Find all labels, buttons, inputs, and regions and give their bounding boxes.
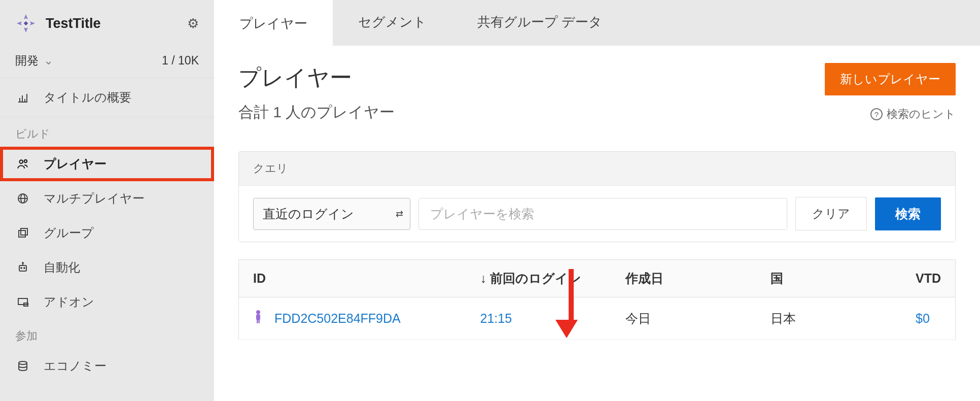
sidebar-item-automation[interactable]: 自動化 [0, 250, 214, 285]
section-engage-label: 参加 [0, 319, 214, 349]
query-select[interactable]: 直近のログイン [253, 198, 410, 230]
logo-icon [15, 13, 37, 34]
page-subtitle: 合計 1 人のプレイヤー [238, 102, 825, 123]
svg-rect-15 [19, 230, 25, 237]
tab-segments[interactable]: セグメント [333, 0, 452, 46]
sidebar-item-label: 自動化 [44, 259, 80, 276]
search-hint-link[interactable]: ? 検索のヒント [870, 107, 956, 122]
sidebar-item-groups[interactable]: グループ [0, 216, 214, 250]
col-created[interactable]: 作成日 [611, 260, 756, 297]
groups-icon [15, 227, 30, 239]
sidebar-header: TestTitle ⚙ [0, 0, 214, 47]
section-build-label: ビルド [0, 117, 214, 147]
col-vtd[interactable]: VTD [901, 260, 956, 297]
sidebar-item-label: アドオン [44, 294, 94, 310]
environment-label: 開発 [15, 53, 39, 69]
addon-icon [15, 296, 30, 308]
sidebar-item-overview[interactable]: タイトルの概要 [0, 78, 214, 117]
environment-count: 1 / 10K [162, 54, 199, 68]
sidebar-item-addons[interactable]: アドオン [0, 285, 214, 319]
player-icon [253, 310, 263, 327]
svg-rect-26 [256, 314, 260, 320]
svg-marker-0 [24, 14, 28, 19]
query-title: クエリ [239, 152, 955, 185]
tab-shared-group[interactable]: 共有グループ データ [452, 0, 627, 46]
tab-players[interactable]: プレイヤー [214, 0, 333, 46]
sidebar-item-economy[interactable]: エコノミー [0, 349, 214, 383]
svg-marker-1 [30, 21, 35, 25]
query-panel: クエリ 直近のログイン クリア 検索 [238, 151, 956, 242]
svg-marker-3 [17, 21, 22, 25]
sidebar-item-label: エコノミー [44, 358, 107, 374]
svg-point-19 [24, 268, 25, 269]
players-icon [15, 157, 30, 171]
page-header: プレイヤー 合計 1 人のプレイヤー 新しいプレイヤー ? 検索のヒント [214, 46, 980, 133]
globe-icon [15, 192, 30, 205]
country-cell: 日本 [756, 297, 901, 340]
sidebar-item-label: プレイヤー [44, 156, 107, 172]
search-input[interactable] [418, 198, 787, 230]
created-cell: 今日 [611, 297, 756, 340]
col-id[interactable]: ID [239, 260, 466, 297]
gear-icon[interactable]: ⚙ [187, 16, 199, 31]
sidebar-item-multiplayer[interactable]: マルチプレイヤー [0, 181, 214, 216]
vtd-link[interactable]: $0 [916, 311, 930, 325]
new-player-button[interactable]: 新しいプレイヤー [825, 63, 956, 95]
sidebar-item-label: タイトルの概要 [44, 89, 131, 106]
svg-rect-22 [18, 298, 27, 305]
svg-point-10 [20, 160, 23, 163]
svg-rect-28 [259, 320, 260, 323]
page-title: プレイヤー [238, 63, 825, 93]
svg-marker-2 [24, 27, 28, 32]
svg-point-21 [22, 262, 23, 263]
sidebar-item-players[interactable]: プレイヤー [0, 147, 214, 181]
search-button[interactable]: 検索 [875, 197, 941, 230]
svg-point-24 [19, 361, 27, 364]
sidebar-item-label: マルチプレイヤー [44, 190, 145, 207]
svg-rect-4 [24, 21, 28, 25]
help-icon: ? [870, 108, 883, 120]
player-id-link[interactable]: FDD2C502E84FF9DA [274, 311, 401, 326]
main-content: プレイヤー セグメント 共有グループ データ プレイヤー 合計 1 人のプレイヤ… [214, 0, 980, 401]
col-last-login[interactable]: ↓ 前回のログイン [466, 260, 611, 297]
environment-row[interactable]: 開発 ⌄ 1 / 10K [0, 47, 214, 78]
svg-rect-27 [257, 320, 258, 323]
economy-icon [15, 360, 30, 372]
players-table: ID ↓ 前回のログイン 作成日 国 VTD FDD2C502E84FF9DA [238, 259, 956, 340]
svg-point-25 [256, 310, 260, 314]
robot-icon [15, 261, 30, 274]
search-hint-label: 検索のヒント [887, 107, 956, 122]
last-login-link[interactable]: 21:15 [480, 311, 512, 325]
clear-button[interactable]: クリア [795, 197, 867, 230]
chart-icon [15, 91, 30, 104]
sidebar: TestTitle ⚙ 開発 ⌄ 1 / 10K タイトルの概要 ビルド プレイ… [0, 0, 214, 401]
chevron-down-icon: ⌄ [44, 54, 53, 68]
table-row: FDD2C502E84FF9DA 21:15 今日 日本 $0 [239, 297, 956, 340]
svg-point-11 [24, 160, 27, 162]
col-country[interactable]: 国 [756, 260, 901, 297]
sidebar-item-label: グループ [44, 225, 94, 241]
svg-rect-16 [21, 228, 27, 235]
app-title: TestTitle [46, 16, 187, 31]
tabs: プレイヤー セグメント 共有グループ データ [214, 0, 980, 46]
svg-point-18 [21, 268, 22, 269]
